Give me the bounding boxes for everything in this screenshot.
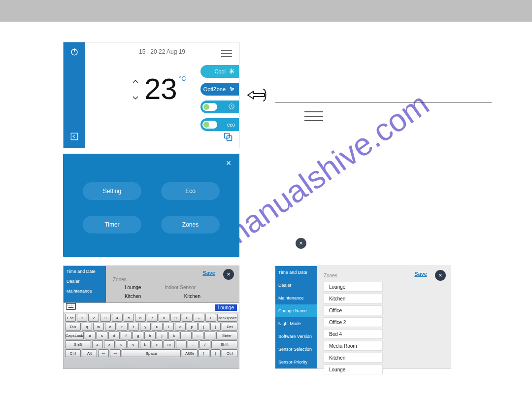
zones-icon[interactable]	[223, 132, 233, 144]
key-8[interactable]: 8	[159, 314, 169, 322]
keyboard-icon[interactable]	[66, 303, 76, 312]
key-e[interactable]: e	[105, 323, 116, 331]
key-del[interactable]: Del	[222, 323, 237, 331]
temp-up-icon[interactable]	[133, 76, 138, 85]
key-q[interactable]: q	[82, 323, 93, 331]
zone-name-field[interactable]: Media Room	[324, 341, 383, 351]
key-alt[interactable]: Alt	[82, 349, 98, 357]
key--[interactable]: [	[199, 323, 209, 331]
key-6[interactable]: 6	[135, 314, 146, 322]
key--[interactable]: ;	[193, 332, 203, 339]
key-shift[interactable]: Shift	[65, 340, 91, 348]
zone-name-field[interactable]: Office	[324, 305, 383, 315]
key-enter[interactable]: Enter	[216, 332, 237, 339]
zone-name-field[interactable]: Office 2	[324, 317, 383, 327]
eco-toggle-pill[interactable]: eco	[200, 118, 239, 131]
key--[interactable]: '	[204, 332, 215, 339]
menu-setting-button[interactable]: Setting	[83, 182, 141, 200]
menu-zones-button[interactable]: Zones	[161, 216, 220, 233]
key-ctrl[interactable]: Ctrl	[222, 349, 237, 357]
zone-name-field[interactable]: Lounge	[324, 282, 383, 292]
sidebar-item-dealer[interactable]: Dealer	[275, 279, 317, 292]
key-d[interactable]: d	[108, 332, 119, 339]
zone-name-2[interactable]: Kitchen	[125, 294, 141, 299]
key-b[interactable]: b	[140, 340, 151, 348]
key-3[interactable]: 3	[100, 314, 111, 322]
key-h[interactable]: h	[144, 332, 155, 339]
key-i[interactable]: i	[164, 323, 174, 331]
zone-name-field[interactable]: Kitchen	[324, 294, 383, 303]
key--[interactable]: ←	[98, 349, 109, 357]
key-u[interactable]: u	[152, 323, 163, 331]
menu-timer-button[interactable]: Timer	[83, 216, 141, 233]
mode-cool-pill[interactable]: Cool	[200, 65, 239, 78]
key--[interactable]: +	[205, 314, 216, 322]
key-s[interactable]: s	[97, 332, 107, 339]
key-c[interactable]: c	[116, 340, 127, 348]
key-t[interactable]: t	[129, 323, 139, 331]
timer-toggle-pill[interactable]	[200, 100, 239, 113]
key-v[interactable]: v	[128, 340, 138, 348]
close-icon[interactable]: ×	[296, 238, 306, 249]
hamburger-icon[interactable]	[221, 48, 232, 59]
key--[interactable]: -	[194, 314, 204, 322]
sidebar-item-sensor-priority[interactable]: Sensor Priority	[275, 356, 317, 368]
temp-down-icon[interactable]	[133, 93, 138, 102]
key-g[interactable]: g	[133, 332, 143, 339]
key-5[interactable]: 5	[124, 314, 134, 322]
sidebar-item-software-version[interactable]: Software Version	[275, 330, 317, 343]
key-7[interactable]: 7	[147, 314, 158, 322]
collapse-icon[interactable]	[70, 132, 79, 143]
menu-eco-button[interactable]: Eco	[161, 182, 220, 200]
key-tab[interactable]: Tab	[65, 323, 81, 331]
key--[interactable]: .	[188, 340, 199, 348]
zone-name-1[interactable]: Lounge	[125, 285, 141, 290]
sidebar-item-time-date[interactable]: Time and Date	[66, 269, 103, 274]
sidebar-item-maintenance[interactable]: Maintenance	[66, 289, 103, 294]
key-altgr[interactable]: AltGr	[182, 349, 198, 357]
sidebar-item-sensor-selection[interactable]: Sensor Selection	[275, 343, 317, 356]
key-4[interactable]: 4	[112, 314, 123, 322]
key-shift[interactable]: Shift	[211, 340, 237, 348]
key--[interactable]: ]	[210, 323, 221, 331]
key-o[interactable]: o	[175, 323, 186, 331]
key-k[interactable]: k	[168, 332, 179, 339]
key-w[interactable]: w	[93, 323, 104, 331]
key-m[interactable]: m	[164, 340, 174, 348]
sidebar-item-maintenance[interactable]: Maintenance	[275, 292, 317, 304]
close-icon[interactable]: ×	[435, 270, 446, 281]
key-capslock[interactable]: CapsLock	[65, 332, 84, 339]
key-backspace[interactable]: Backspace	[217, 314, 237, 322]
key-2[interactable]: 2	[88, 314, 99, 322]
key-0[interactable]: 0	[182, 314, 193, 322]
key-a[interactable]: a	[85, 332, 96, 339]
save-button[interactable]: Save	[202, 270, 215, 276]
sidebar-item-night-mode[interactable]: Night Mode	[275, 317, 317, 330]
power-icon[interactable]	[70, 47, 79, 58]
key-l[interactable]: l	[180, 332, 191, 339]
optizone-pill[interactable]: OptiZone	[200, 83, 239, 96]
key--[interactable]: ↓	[210, 349, 221, 357]
zone-name-field[interactable]: Bed 4	[324, 329, 383, 339]
zone-name-field[interactable]: Lounge	[324, 365, 383, 374]
sidebar-item-dealer[interactable]: Dealer	[66, 279, 103, 284]
key-n[interactable]: n	[152, 340, 163, 348]
sensor-value-2[interactable]: Kitchen	[184, 294, 200, 299]
key-1[interactable]: 1	[77, 314, 88, 322]
key-j[interactable]: j	[157, 332, 167, 339]
key--[interactable]: →	[110, 349, 121, 357]
key-z[interactable]: z	[92, 340, 103, 348]
key-r[interactable]: r	[117, 323, 128, 331]
key-esc[interactable]: Esc	[65, 314, 76, 322]
key-x[interactable]: x	[104, 340, 115, 348]
key--[interactable]: /	[200, 340, 210, 348]
close-icon[interactable]: ×	[223, 269, 234, 280]
save-button[interactable]: Save	[414, 271, 427, 277]
key--[interactable]: ↑	[199, 349, 209, 357]
zone-name-field[interactable]: Kitchen	[324, 353, 383, 363]
key-y[interactable]: y	[140, 323, 151, 331]
key-space[interactable]: Space	[122, 349, 181, 357]
zone-name-input[interactable]: Lounge	[215, 304, 237, 311]
sidebar-item-change-name[interactable]: Change Name	[275, 304, 317, 317]
key-p[interactable]: p	[187, 323, 198, 331]
